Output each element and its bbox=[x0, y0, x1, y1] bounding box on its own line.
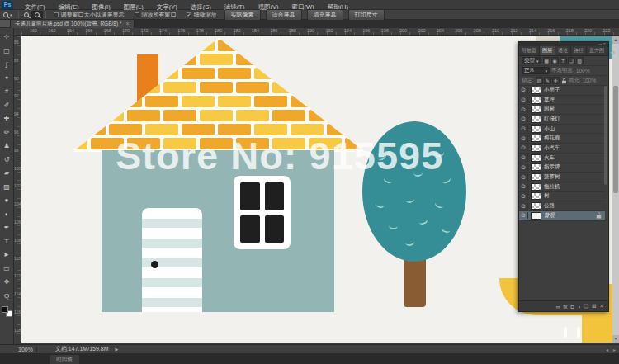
layer-row[interactable]: ⊙公路 bbox=[519, 201, 605, 211]
visibility-eye-icon[interactable]: ⊙ bbox=[519, 97, 528, 103]
visibility-eye-icon[interactable]: ⊙ bbox=[519, 144, 528, 151]
opacity-value[interactable]: 100% bbox=[576, 68, 590, 73]
visibility-eye-icon[interactable]: ⊙ bbox=[519, 183, 528, 190]
delete-layer-icon[interactable]: ✕ bbox=[600, 303, 604, 310]
link-layers-icon[interactable]: ∞ bbox=[556, 304, 560, 310]
lock-option-icon[interactable]: ✛ bbox=[552, 77, 560, 84]
document-tab[interactable]: 卡通儿童照片墙.psd @ 100%(背景, RGB/8) * × bbox=[11, 20, 135, 28]
panel-menu-icon[interactable]: ▾≡ bbox=[607, 50, 618, 55]
scroll-down-icon[interactable]: ▼ bbox=[612, 335, 619, 343]
filter-icon[interactable]: ▦ bbox=[543, 57, 550, 64]
checkbox-icon[interactable] bbox=[54, 12, 59, 17]
zoom-tool-preset[interactable]: ▾ bbox=[0, 12, 16, 17]
layer-row[interactable]: ⊙红绿灯 bbox=[519, 115, 605, 125]
layer-mask-icon[interactable]: ◘ bbox=[570, 304, 574, 310]
adjustment-layer-icon[interactable]: ◑ bbox=[577, 304, 580, 310]
options-button[interactable]: 填充屏幕 bbox=[307, 9, 343, 21]
layer-row[interactable]: ⊙菠萝树 bbox=[519, 173, 605, 182]
layer-effects-icon[interactable]: fx bbox=[563, 304, 567, 310]
dodge-tool[interactable]: ◐ bbox=[1, 208, 13, 222]
option-checkbox[interactable]: ✓细微缩放 bbox=[187, 11, 217, 19]
layer-thumbnail[interactable] bbox=[531, 192, 541, 200]
panel-tab-图层[interactable]: 图层 bbox=[540, 46, 555, 55]
panel-tab-导航器[interactable]: 导航器 bbox=[519, 46, 540, 55]
eraser-tool[interactable]: ▰ bbox=[1, 167, 13, 181]
options-button[interactable]: 适合屏幕 bbox=[266, 9, 302, 21]
lock-option-icon[interactable]: ▨ bbox=[536, 77, 543, 84]
blur-tool[interactable]: ● bbox=[1, 194, 13, 208]
filter-icon[interactable]: ◉ bbox=[551, 57, 559, 64]
layer-row[interactable]: ⊙园树 bbox=[519, 105, 605, 115]
visibility-eye-icon[interactable]: ⊙ bbox=[519, 174, 528, 181]
shape-tool[interactable]: ▭ bbox=[1, 262, 13, 277]
crop-tool[interactable]: # bbox=[1, 85, 13, 99]
layer-thumbnail[interactable] bbox=[531, 116, 541, 123]
visibility-eye-icon[interactable]: ⊙ bbox=[519, 193, 528, 200]
zoom-in-button[interactable] bbox=[21, 12, 31, 18]
horizontal-scrollbar[interactable]: ◂ ▸ bbox=[606, 347, 617, 352]
layer-row[interactable]: ⊙火车 bbox=[519, 154, 605, 163]
scrollbar-thumb[interactable] bbox=[613, 86, 618, 193]
options-button[interactable]: 打印尺寸 bbox=[348, 9, 385, 21]
layer-thumbnail[interactable] bbox=[531, 106, 541, 113]
visibility-eye-icon[interactable]: ⊙ bbox=[519, 212, 528, 219]
option-checkbox[interactable]: 缩放所有窗口 bbox=[135, 11, 177, 19]
hand-tool[interactable]: ✥ bbox=[1, 276, 13, 290]
vertical-scrollbar[interactable]: ▲ ▼ bbox=[612, 36, 619, 343]
visibility-eye-icon[interactable]: ⊙ bbox=[519, 135, 528, 142]
type-tool[interactable]: T bbox=[1, 235, 13, 249]
layer-row[interactable]: ⊙拖拉机 bbox=[519, 182, 605, 192]
lock-option-icon[interactable]: ✎ bbox=[544, 77, 551, 84]
layer-row[interactable]: ⊙小房子 bbox=[519, 86, 605, 96]
visibility-eye-icon[interactable]: ⊙ bbox=[519, 125, 528, 132]
scroll-up-icon[interactable]: ▲ bbox=[612, 36, 619, 44]
foreground-color-swatch[interactable] bbox=[2, 306, 8, 313]
filter-icon[interactable]: T bbox=[560, 57, 567, 64]
new-layer-icon[interactable]: ⊞ bbox=[592, 303, 596, 310]
layer-thumbnail[interactable] bbox=[531, 173, 541, 181]
layer-thumbnail[interactable] bbox=[531, 97, 541, 104]
layer-thumbnail[interactable] bbox=[531, 212, 541, 220]
option-checkbox[interactable]: 调整窗口大小以满屏显示 bbox=[54, 11, 125, 19]
history-brush-tool[interactable]: ↺ bbox=[1, 154, 13, 168]
visibility-eye-icon[interactable]: ⊙ bbox=[519, 106, 528, 113]
layer-thumbnail[interactable] bbox=[531, 183, 541, 191]
layer-row[interactable]: ⊙小汽车 bbox=[519, 144, 605, 154]
brush-tool[interactable]: ✏ bbox=[1, 126, 13, 140]
checkbox-icon[interactable] bbox=[135, 12, 139, 17]
layer-group-icon[interactable]: ❏ bbox=[584, 303, 588, 310]
gradient-tool[interactable]: ▨ bbox=[1, 181, 13, 195]
zoom-tool[interactable]: Q bbox=[1, 290, 13, 304]
pen-tool[interactable]: ✒ bbox=[1, 221, 13, 235]
layer-row[interactable]: ⊙背景 bbox=[519, 211, 605, 221]
visibility-eye-icon[interactable]: ⊙ bbox=[519, 87, 528, 93]
visibility-eye-icon[interactable]: ⊙ bbox=[519, 154, 528, 161]
eyedropper-tool[interactable]: ✐ bbox=[1, 99, 13, 113]
blend-mode-dropdown[interactable]: 正常 ▾ bbox=[522, 67, 550, 74]
marquee-tool[interactable]: ▢ bbox=[1, 45, 13, 59]
layer-row[interactable]: ⊙小山 bbox=[519, 125, 605, 135]
layer-row[interactable]: ⊙草坪 bbox=[519, 96, 605, 106]
visibility-eye-icon[interactable]: ⊙ bbox=[519, 203, 528, 210]
filter-icon[interactable]: ▨ bbox=[576, 57, 584, 64]
path-selection-tool[interactable]: ► bbox=[1, 248, 13, 262]
move-tool[interactable]: ⊹ bbox=[1, 31, 13, 45]
timeline-tab[interactable]: 时间轴 bbox=[50, 355, 79, 364]
layer-row[interactable]: ⊙树 bbox=[519, 192, 605, 202]
zoom-level-field[interactable]: 100% bbox=[15, 347, 37, 352]
panel-tab-路径[interactable]: 路径 bbox=[571, 46, 587, 55]
zoom-out-button[interactable] bbox=[31, 11, 43, 19]
layer-row[interactable]: ⊙梅花鹿 bbox=[519, 134, 605, 144]
layer-thumbnail[interactable] bbox=[531, 125, 541, 133]
layer-thumbnail[interactable] bbox=[531, 144, 541, 152]
visibility-eye-icon[interactable]: ⊙ bbox=[519, 116, 528, 122]
visibility-eye-icon[interactable]: ⊙ bbox=[519, 164, 528, 171]
layer-row[interactable]: ⊙指示牌 bbox=[519, 163, 605, 173]
layer-thumbnail[interactable] bbox=[531, 87, 541, 94]
filter-icon[interactable]: ❏ bbox=[568, 57, 575, 64]
panel-scrollbar[interactable] bbox=[604, 86, 607, 185]
layer-thumbnail[interactable] bbox=[531, 163, 541, 171]
healing-brush-tool[interactable]: ✚ bbox=[1, 112, 13, 126]
close-tab-icon[interactable]: × bbox=[125, 20, 129, 28]
fill-value[interactable]: 100% bbox=[583, 78, 597, 83]
